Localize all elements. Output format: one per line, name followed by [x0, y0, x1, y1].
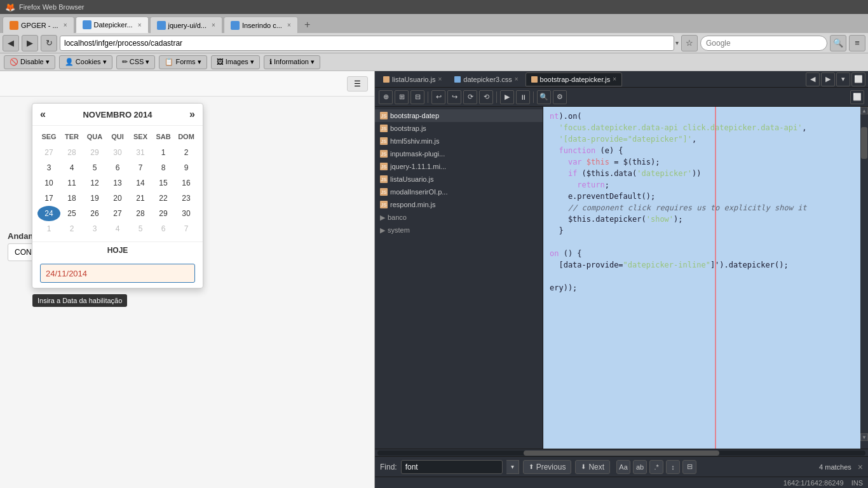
back-button[interactable]: ◀	[3, 35, 19, 51]
devtools-tab-close-1[interactable]: ×	[515, 76, 519, 83]
dp-today-button[interactable]: HOJE	[107, 246, 128, 255]
dp-day[interactable]: 29	[83, 145, 106, 160]
dt-btn-2[interactable]: ⊞	[395, 90, 409, 104]
dp-day[interactable]: 21	[129, 191, 152, 206]
dp-day[interactable]: 25	[60, 206, 83, 221]
dp-date-input[interactable]	[40, 264, 195, 283]
devtools-tab-2[interactable]: bootstrap-datepicker.js ×	[526, 72, 623, 86]
tab-0[interactable]: GPGER - ... ×	[3, 17, 74, 33]
dp-day[interactable]: 23	[175, 191, 198, 206]
dp-day[interactable]: 9	[175, 160, 198, 175]
dp-day[interactable]: 4	[106, 221, 129, 236]
cookies-button[interactable]: 👤 Cookies ▾	[59, 55, 112, 69]
dp-day[interactable]: 27	[106, 206, 129, 221]
dp-day[interactable]: 6	[106, 160, 129, 175]
dp-day[interactable]: 1	[37, 221, 60, 236]
file-item-1[interactable]: JS bootstrap.js	[375, 122, 543, 135]
dp-day[interactable]: 26	[83, 206, 106, 221]
dt-btn-6[interactable]: ⟳	[463, 90, 477, 104]
dp-day[interactable]: 3	[37, 160, 60, 175]
devtools-tab-close-0[interactable]: ×	[438, 76, 442, 83]
dp-day[interactable]: 5	[129, 221, 152, 236]
dp-day[interactable]: 5	[83, 160, 106, 175]
file-item-7[interactable]: JS respond.min.js	[375, 198, 543, 211]
dp-day[interactable]: 18	[60, 191, 83, 206]
h-scroll-thumb[interactable]	[524, 451, 719, 456]
find-word-btn[interactable]: ab	[633, 460, 647, 474]
bookmark-button[interactable]: ☆	[681, 35, 698, 51]
dp-day[interactable]: 10	[37, 175, 60, 191]
dp-day[interactable]: 28	[129, 206, 152, 221]
dp-day[interactable]: 11	[60, 175, 83, 191]
devtools-tab-0[interactable]: listaUsuario.js ×	[377, 72, 447, 86]
vertical-scrollbar[interactable]: ▲ ▼	[860, 107, 868, 449]
dp-day[interactable]: 4	[60, 160, 83, 175]
images-button[interactable]: 🖼 Images ▾	[211, 55, 260, 69]
dt-btn-11[interactable]: ⚙	[553, 90, 567, 104]
horizontal-scrollbar[interactable]	[375, 449, 868, 456]
dp-day[interactable]: 6	[152, 221, 175, 236]
forward-button[interactable]: ▶	[22, 35, 38, 51]
disable-button[interactable]: 🚫 Disable ▾	[4, 55, 55, 69]
tab-3[interactable]: Inserindo c... ×	[224, 17, 298, 33]
dt-btn-7[interactable]: ⟲	[479, 90, 493, 104]
tab-close-1[interactable]: ×	[138, 22, 142, 29]
devtools-tab-1[interactable]: datepicker3.css ×	[449, 72, 524, 86]
scroll-right-btn[interactable]: ▶	[821, 72, 835, 86]
dt-expand[interactable]: ⬜	[850, 90, 864, 104]
dp-day[interactable]: 15	[152, 175, 175, 191]
find-history-btn[interactable]: ⊟	[682, 460, 696, 474]
tab-2[interactable]: jquery-ui/d... ×	[150, 17, 222, 33]
dp-day[interactable]: 7	[175, 221, 198, 236]
dp-day[interactable]: 12	[83, 175, 106, 191]
dt-btn-9[interactable]: ⏸	[516, 90, 530, 104]
file-item-0[interactable]: JS bootstrap-datep	[375, 109, 543, 122]
scroll-up-btn[interactable]: ▲	[860, 107, 868, 114]
file-item-5[interactable]: JS listaUsuario.js	[375, 173, 543, 186]
dt-btn-3[interactable]: ⊟	[410, 90, 424, 104]
dt-btn-4[interactable]: ↩	[431, 90, 445, 104]
dp-day[interactable]: 22	[152, 191, 175, 206]
file-item-4[interactable]: JS jquery-1.11.1.mi...	[375, 160, 543, 173]
find-close-btn[interactable]: ×	[858, 462, 863, 472]
tab-close-0[interactable]: ×	[64, 22, 67, 29]
information-button[interactable]: ℹ Information ▾	[264, 55, 320, 69]
dp-day[interactable]: 28	[60, 145, 83, 160]
dp-day[interactable]: 13	[106, 175, 129, 191]
dt-btn-10[interactable]: 🔍	[537, 90, 551, 104]
scroll-thumb[interactable]	[861, 127, 867, 159]
dt-btn-5[interactable]: ↪	[447, 90, 461, 104]
folder-system[interactable]: ▶ system	[375, 224, 543, 236]
dp-day[interactable]: 30	[106, 145, 129, 160]
dp-day[interactable]: 29	[152, 206, 175, 221]
find-input[interactable]	[401, 460, 503, 474]
dp-next-btn[interactable]: »	[189, 109, 195, 120]
navbar-toggle[interactable]: ☰	[347, 76, 368, 92]
dp-day[interactable]: 2	[60, 221, 83, 236]
search-submit[interactable]: 🔍	[830, 35, 846, 51]
dp-day[interactable]: 3	[83, 221, 106, 236]
scroll-left-btn[interactable]: ◀	[806, 72, 820, 86]
dp-day[interactable]: 19	[83, 191, 106, 206]
find-replace-btn[interactable]: ↕	[666, 460, 680, 474]
scroll-down-btn[interactable]: ▼	[860, 433, 868, 441]
devtools-tab-close-2[interactable]: ×	[613, 76, 616, 83]
tab-1[interactable]: Datepicker... ×	[76, 17, 149, 33]
tab-scroll-down[interactable]: ▾	[836, 72, 850, 86]
find-case-btn[interactable]: Aa	[616, 460, 630, 474]
url-dropdown[interactable]: ▾	[675, 39, 679, 46]
dp-day[interactable]: 20	[106, 191, 129, 206]
tab-close-3[interactable]: ×	[287, 22, 291, 29]
menu-button[interactable]: ≡	[849, 35, 865, 51]
dp-day[interactable]: 30	[175, 206, 198, 221]
dp-day[interactable]: 31	[129, 145, 152, 160]
dp-prev-btn[interactable]: «	[40, 109, 46, 120]
tab-add-button[interactable]: +	[299, 17, 316, 33]
find-dropdown-btn[interactable]: ▾	[506, 460, 519, 474]
dp-day[interactable]: 14	[129, 175, 152, 191]
tab-expand-btn[interactable]: ⬜	[851, 72, 865, 86]
find-prev-button[interactable]: ⬆ Previous	[523, 460, 572, 474]
find-next-button[interactable]: ⬇ Next	[575, 460, 610, 474]
dp-day[interactable]: 27	[37, 145, 60, 160]
css-button[interactable]: ✏ CSS ▾	[116, 55, 156, 69]
